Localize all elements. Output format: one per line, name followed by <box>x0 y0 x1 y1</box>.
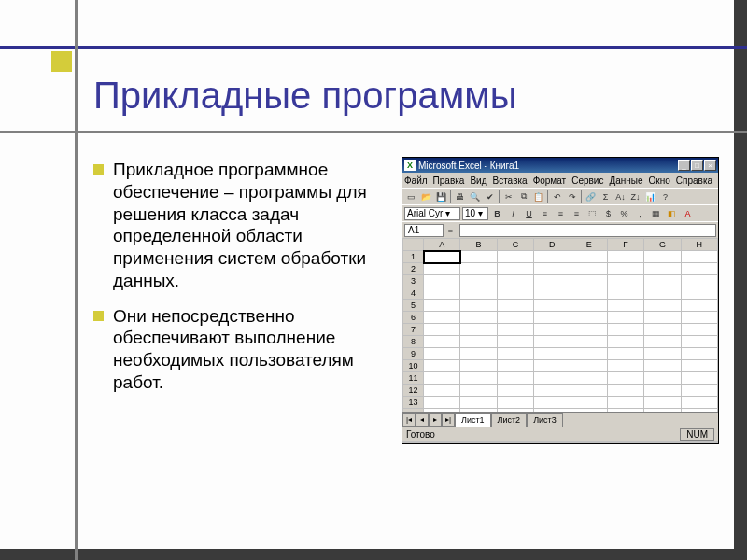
sort-desc-icon[interactable]: Z↓ <box>628 189 642 203</box>
new-icon[interactable]: ▭ <box>404 189 418 203</box>
cell[interactable] <box>681 409 717 413</box>
menu-window[interactable]: Окно <box>649 175 670 186</box>
cell[interactable] <box>607 287 643 300</box>
cell[interactable] <box>571 372 607 385</box>
merge-icon[interactable]: ⬚ <box>585 206 599 220</box>
cell[interactable] <box>681 263 717 275</box>
cell[interactable] <box>571 385 607 397</box>
undo-icon[interactable]: ↶ <box>550 189 564 203</box>
cell[interactable] <box>534 287 571 300</box>
cell[interactable] <box>424 409 460 413</box>
row-header[interactable]: 10 <box>403 360 424 372</box>
cell[interactable] <box>534 251 571 263</box>
tab-nav-last[interactable]: ▸| <box>442 413 455 427</box>
cell[interactable] <box>424 360 460 372</box>
column-header[interactable]: A <box>424 239 460 251</box>
row-header[interactable]: 2 <box>403 263 424 275</box>
cell[interactable] <box>644 372 681 385</box>
cell[interactable] <box>534 360 571 372</box>
cell[interactable] <box>424 336 460 348</box>
align-right-icon[interactable]: ≡ <box>570 206 584 220</box>
cell[interactable] <box>424 348 460 360</box>
cell[interactable] <box>607 360 643 372</box>
currency-icon[interactable]: $ <box>601 206 615 220</box>
underline-button[interactable]: U <box>522 206 536 220</box>
cell[interactable] <box>460 360 497 372</box>
cell[interactable] <box>681 287 717 300</box>
cell[interactable] <box>607 263 643 275</box>
cell[interactable] <box>681 312 717 324</box>
cell[interactable] <box>681 324 717 336</box>
cell[interactable] <box>571 312 607 324</box>
row-header[interactable]: 4 <box>403 287 424 300</box>
minimize-button[interactable]: _ <box>678 160 690 171</box>
cell[interactable] <box>644 312 681 324</box>
cell[interactable] <box>424 324 460 336</box>
cell[interactable] <box>497 336 533 348</box>
cell[interactable] <box>607 312 643 324</box>
row-header[interactable]: 3 <box>403 275 424 287</box>
column-header[interactable]: E <box>571 239 607 251</box>
cell[interactable] <box>460 275 497 287</box>
cell[interactable] <box>644 287 681 300</box>
cell[interactable] <box>424 251 460 263</box>
select-all-corner[interactable] <box>403 239 424 251</box>
bold-button[interactable]: B <box>490 206 504 220</box>
cell[interactable] <box>571 336 607 348</box>
cell[interactable] <box>571 409 607 413</box>
row-header[interactable]: 11 <box>403 372 424 385</box>
column-header[interactable]: B <box>460 239 497 251</box>
cell[interactable] <box>607 275 643 287</box>
align-left-icon[interactable]: ≡ <box>538 206 552 220</box>
cell[interactable] <box>607 385 643 397</box>
cell[interactable] <box>571 397 607 409</box>
cell[interactable] <box>460 372 497 385</box>
cell[interactable] <box>460 324 497 336</box>
cell[interactable] <box>644 300 681 312</box>
name-box[interactable]: A1 <box>404 224 444 237</box>
cell[interactable] <box>644 324 681 336</box>
formula-input[interactable] <box>459 224 716 237</box>
cell[interactable] <box>607 397 643 409</box>
cell[interactable] <box>644 385 681 397</box>
sheet-tab[interactable]: Лист3 <box>527 413 563 427</box>
cell[interactable] <box>681 360 717 372</box>
column-header[interactable]: F <box>607 239 643 251</box>
cell[interactable] <box>460 312 497 324</box>
cell[interactable] <box>460 300 497 312</box>
menu-edit[interactable]: Правка <box>433 175 465 186</box>
row-header[interactable]: 13 <box>403 397 424 409</box>
font-name-combo[interactable]: Arial Cyr▾ <box>404 207 460 220</box>
cell[interactable] <box>424 372 460 385</box>
row-header[interactable]: 14 <box>403 409 424 413</box>
spreadsheet-grid[interactable]: ABCDEFGH12345678910111213141516171819202… <box>402 238 718 412</box>
cell[interactable] <box>571 300 607 312</box>
cell[interactable] <box>534 300 571 312</box>
percent-icon[interactable]: % <box>617 206 631 220</box>
cell[interactable] <box>424 385 460 397</box>
cell[interactable] <box>534 385 571 397</box>
comma-icon[interactable]: , <box>633 206 647 220</box>
cell[interactable] <box>681 275 717 287</box>
hyperlink-icon[interactable]: 🔗 <box>584 189 598 203</box>
preview-icon[interactable]: 🔍 <box>468 189 482 203</box>
cell[interactable] <box>460 263 497 275</box>
cell[interactable] <box>534 372 571 385</box>
tab-nav-first[interactable]: |◂ <box>402 413 416 427</box>
row-header[interactable]: 5 <box>403 300 424 312</box>
cell[interactable] <box>644 360 681 372</box>
menu-data[interactable]: Данные <box>609 175 642 186</box>
cell[interactable] <box>607 372 643 385</box>
menu-file[interactable]: Файл <box>404 175 428 186</box>
cell[interactable] <box>607 251 643 263</box>
cell[interactable] <box>460 397 497 409</box>
cell[interactable] <box>644 348 681 360</box>
cell[interactable] <box>424 300 460 312</box>
sheet-tab[interactable]: Лист2 <box>491 413 528 427</box>
font-size-combo[interactable]: 10▾ <box>462 207 488 220</box>
column-header[interactable]: D <box>534 239 571 251</box>
cell[interactable] <box>607 336 643 348</box>
cell[interactable] <box>497 263 533 275</box>
cell[interactable] <box>497 287 533 300</box>
cell[interactable] <box>607 409 643 413</box>
